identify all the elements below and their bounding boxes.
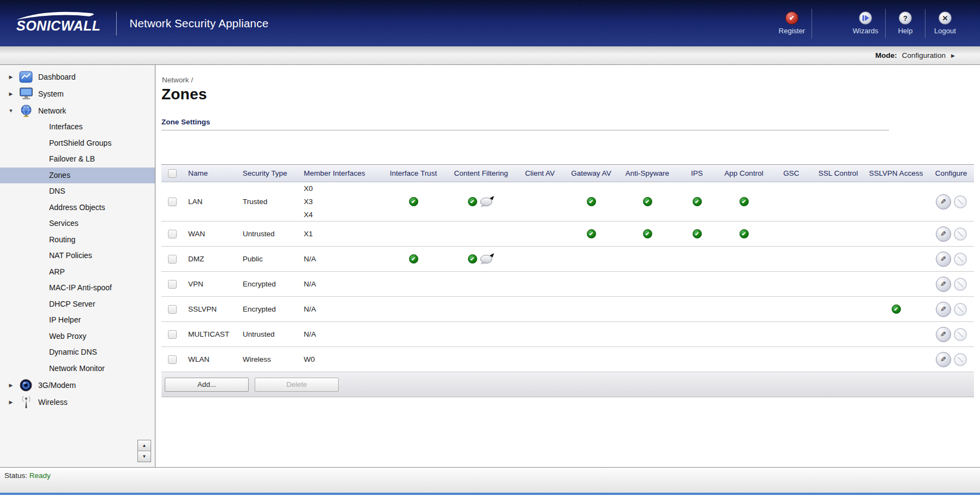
column-header-app-control: App Control [718,169,770,177]
zone-app-control-cell: ✔ [718,197,770,206]
comment-bubble-icon [480,253,495,265]
delete-zone-disabled-icon [954,303,967,316]
help-button[interactable]: ?Help [886,11,925,35]
sidebar-item-arp[interactable]: ARP [0,264,155,280]
zone-member-interfaces: N/A [299,329,381,339]
edit-zone-button[interactable]: ✎ [936,277,951,292]
sidebar-item-failover-lb[interactable]: Failover & LB [0,151,155,168]
delete-zone-disabled-icon [954,278,967,291]
sidebar-nav: ▶Dashboard▶System▼NetworkInterfacesPortS… [0,65,155,467]
sidebar-item-mac-ip-anti-spoof[interactable]: MAC-IP Anti-spoof [0,280,155,296]
sidebar-item-web-proxy[interactable]: Web Proxy [0,328,155,345]
zone-anti-spyware-cell: ✔ [618,197,676,206]
sidebar-scroll-spinner: ▲▼ [137,440,151,462]
zone-sslvpn-access-cell: ✔ [864,304,928,314]
register-check-icon: ✔ [785,11,798,25]
zone-member-interfaces: N/A [299,254,381,264]
zone-row-wlan: WLANWirelessW0✎ [161,347,974,372]
edit-zone-button[interactable]: ✎ [936,252,951,267]
select-all-cell [161,169,183,178]
sidebar-item-network-monitor[interactable]: Network Monitor [0,361,155,377]
column-header-gateway-av: Gateway AV [564,169,618,177]
zone-security-type: Public [238,255,299,263]
zone-member-interfaces: X0X3X4 [299,183,381,220]
sidebar-item-address-objects[interactable]: Address Objects [0,200,155,216]
zone-check-icon: ✔ [892,304,901,314]
row-select-cell [161,355,183,364]
sidebar-item-services[interactable]: Services [0,216,155,232]
row-checkbox[interactable] [168,305,177,314]
chevron-right-icon[interactable]: ▶ [7,91,15,97]
register-button[interactable]: ✔Register [772,11,811,35]
sidebar-item-wireless[interactable]: ▶Wireless [0,393,155,410]
zone-name: MULTICAST [183,330,238,338]
row-checkbox[interactable] [168,255,177,264]
zone-configure-cell: ✎ [928,277,974,292]
zone-ips-cell: ✔ [676,229,718,238]
edit-zone-button[interactable]: ✎ [936,327,951,342]
zone-check-icon: ✔ [643,229,652,238]
sidebar-item-dns[interactable]: DNS [0,183,155,200]
sonicwall-logo: SONICWALL [16,13,101,34]
content-area: ▶Dashboard▶System▼NetworkInterfacesPortS… [0,65,980,467]
wizards-button[interactable]: Wizards [846,11,885,35]
add-button[interactable]: Add... [165,378,249,392]
modem-icon [19,379,33,392]
edit-zone-button[interactable]: ✎ [936,226,951,242]
zone-gateway-av-cell: ✔ [564,229,618,238]
mode-value[interactable]: Configuration [902,51,946,59]
logout-button[interactable]: ✕Logout [925,11,965,35]
scroll-up-button[interactable]: ▲ [138,440,151,451]
sidebar-item-portshield-groups[interactable]: PortShield Groups [0,135,155,152]
brand-area: SONICWALL Network Security Appliance [16,11,268,35]
mode-label: Mode: [875,51,897,59]
sidebar-item-3g-modem[interactable]: ▶3G/Modem [0,377,155,393]
sidebar-item-dynamic-dns[interactable]: Dynamic DNS [0,344,155,361]
column-header-gsc: GSC [770,169,813,177]
sidebar-item-zones[interactable]: Zones [0,168,155,184]
row-checkbox[interactable] [168,198,177,206]
sidebar-item-network[interactable]: ▼Network [0,102,155,119]
edit-zone-button[interactable]: ✎ [936,194,951,210]
column-header-configure: Configure [928,169,974,177]
page-title: Zones [161,86,980,103]
wireless-antenna-icon [20,395,33,409]
row-checkbox[interactable] [168,355,177,364]
edit-zone-button[interactable]: ✎ [936,352,951,367]
zone-check-icon: ✔ [409,254,418,264]
mode-arrow-icon[interactable]: ▶ [951,53,955,58]
logout-x-icon: ✕ [939,11,952,25]
zone-name: SSLVPN [183,305,238,313]
row-checkbox[interactable] [168,280,177,289]
select-all-checkbox[interactable] [168,169,177,178]
sidebar-item-interfaces[interactable]: Interfaces [0,119,155,135]
zone-security-type: Untrusted [238,230,299,238]
sidebar-item-nat-policies[interactable]: NAT Policies [0,248,155,264]
sidebar-item-dashboard[interactable]: ▶Dashboard [0,68,155,85]
main-panel: Network / Zones Zone Settings NameSecuri… [155,65,980,467]
action-label: Register [779,27,805,35]
row-select-cell [161,255,183,264]
row-checkbox[interactable] [168,230,177,238]
zone-row-vpn: VPNEncryptedN/A✎ [161,272,974,297]
sidebar-item-system[interactable]: ▶System [0,85,155,102]
sidebar-item-dhcp-server[interactable]: DHCP Server [0,296,155,313]
row-checkbox[interactable] [168,330,177,339]
chevron-right-icon[interactable]: ▶ [7,383,15,388]
sidebar-item-label: System [38,89,64,98]
zone-interface-trust-cell: ✔ [381,254,446,264]
section-title: Zone Settings [161,118,889,130]
zone-check-icon: ✔ [409,197,418,206]
chevron-down-icon[interactable]: ▼ [7,108,15,113]
sidebar-item-ip-helper[interactable]: IP Helper [0,312,155,328]
sidebar-item-routing[interactable]: Routing [0,232,155,248]
scroll-down-button[interactable]: ▼ [138,451,151,462]
zone-check-icon: ✔ [643,197,652,206]
delete-zone-disabled-icon [954,353,967,366]
chevron-right-icon[interactable]: ▶ [7,399,15,405]
edit-zone-button[interactable]: ✎ [936,302,951,317]
delete-zone-disabled-icon [954,328,967,341]
chevron-right-icon[interactable]: ▶ [7,74,15,80]
header-spacer [812,23,846,23]
logo-swoosh-icon [15,11,98,20]
